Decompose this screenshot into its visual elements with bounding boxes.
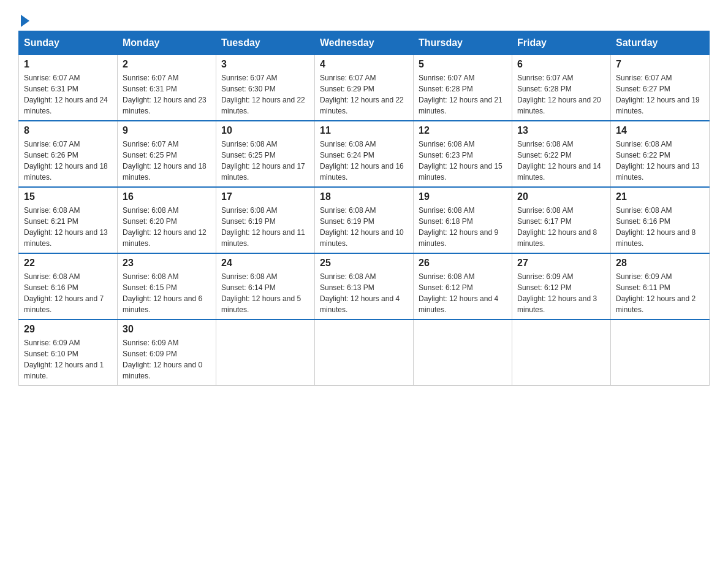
day-number: 8 — [24, 125, 112, 136]
day-info: Sunrise: 6:08 AMSunset: 6:20 PMDaylight:… — [123, 205, 211, 249]
calendar-header-monday: Monday — [118, 31, 216, 55]
calendar-cell: 18Sunrise: 6:08 AMSunset: 6:19 PMDayligh… — [315, 187, 414, 253]
day-number: 6 — [517, 59, 605, 70]
day-number: 26 — [419, 258, 507, 269]
calendar-cell — [512, 320, 611, 386]
day-number: 27 — [517, 258, 605, 269]
calendar-week-row: 29Sunrise: 6:09 AMSunset: 6:10 PMDayligh… — [19, 320, 710, 386]
calendar-cell: 21Sunrise: 6:08 AMSunset: 6:16 PMDayligh… — [611, 187, 710, 253]
day-number: 3 — [221, 59, 309, 70]
calendar-cell: 30Sunrise: 6:09 AMSunset: 6:09 PMDayligh… — [118, 320, 216, 386]
day-number: 17 — [221, 191, 309, 202]
day-number: 11 — [320, 125, 408, 136]
day-number: 10 — [221, 125, 309, 136]
calendar-cell: 8Sunrise: 6:07 AMSunset: 6:26 PMDaylight… — [19, 121, 118, 187]
day-number: 5 — [419, 59, 507, 70]
day-number: 22 — [24, 258, 112, 269]
calendar-cell: 6Sunrise: 6:07 AMSunset: 6:28 PMDaylight… — [512, 55, 611, 121]
day-number: 24 — [221, 258, 309, 269]
calendar-cell: 4Sunrise: 6:07 AMSunset: 6:29 PMDaylight… — [315, 55, 414, 121]
calendar-cell: 9Sunrise: 6:07 AMSunset: 6:25 PMDaylight… — [118, 121, 216, 187]
calendar-cell: 15Sunrise: 6:08 AMSunset: 6:21 PMDayligh… — [19, 187, 118, 253]
day-number: 9 — [123, 125, 211, 136]
day-number: 29 — [24, 324, 112, 335]
day-info: Sunrise: 6:08 AMSunset: 6:14 PMDaylight:… — [221, 271, 309, 315]
calendar-cell — [216, 320, 315, 386]
calendar-cell — [315, 320, 414, 386]
day-info: Sunrise: 6:07 AMSunset: 6:28 PMDaylight:… — [419, 72, 507, 117]
calendar-cell: 25Sunrise: 6:08 AMSunset: 6:13 PMDayligh… — [315, 253, 414, 320]
day-number: 20 — [517, 191, 605, 202]
calendar-week-row: 22Sunrise: 6:08 AMSunset: 6:16 PMDayligh… — [19, 253, 710, 320]
day-info: Sunrise: 6:08 AMSunset: 6:21 PMDaylight:… — [24, 205, 112, 249]
calendar-cell: 19Sunrise: 6:08 AMSunset: 6:18 PMDayligh… — [414, 187, 512, 253]
calendar-header-tuesday: Tuesday — [216, 31, 315, 55]
day-info: Sunrise: 6:09 AMSunset: 6:09 PMDaylight:… — [123, 337, 211, 381]
calendar-header-wednesday: Wednesday — [315, 31, 414, 55]
calendar-cell: 28Sunrise: 6:09 AMSunset: 6:11 PMDayligh… — [611, 253, 710, 320]
day-number: 28 — [616, 258, 704, 269]
day-info: Sunrise: 6:08 AMSunset: 6:13 PMDaylight:… — [320, 271, 408, 315]
day-number: 7 — [616, 59, 704, 70]
calendar-cell: 11Sunrise: 6:08 AMSunset: 6:24 PMDayligh… — [315, 121, 414, 187]
day-number: 18 — [320, 191, 408, 202]
day-number: 4 — [320, 59, 408, 70]
calendar-cell: 16Sunrise: 6:08 AMSunset: 6:20 PMDayligh… — [118, 187, 216, 253]
day-number: 13 — [517, 125, 605, 136]
calendar-week-row: 8Sunrise: 6:07 AMSunset: 6:26 PMDaylight… — [19, 121, 710, 187]
calendar-cell: 3Sunrise: 6:07 AMSunset: 6:30 PMDaylight… — [216, 55, 315, 121]
calendar-cell: 17Sunrise: 6:08 AMSunset: 6:19 PMDayligh… — [216, 187, 315, 253]
calendar-cell: 23Sunrise: 6:08 AMSunset: 6:15 PMDayligh… — [118, 253, 216, 320]
calendar-cell: 12Sunrise: 6:08 AMSunset: 6:23 PMDayligh… — [414, 121, 512, 187]
logo-arrow-icon — [21, 15, 29, 27]
calendar-cell: 27Sunrise: 6:09 AMSunset: 6:12 PMDayligh… — [512, 253, 611, 320]
calendar-cell: 20Sunrise: 6:08 AMSunset: 6:17 PMDayligh… — [512, 187, 611, 253]
day-info: Sunrise: 6:08 AMSunset: 6:19 PMDaylight:… — [320, 205, 408, 249]
calendar-cell: 1Sunrise: 6:07 AMSunset: 6:31 PMDaylight… — [19, 55, 118, 121]
day-number: 14 — [616, 125, 704, 136]
day-info: Sunrise: 6:09 AMSunset: 6:12 PMDaylight:… — [517, 271, 605, 315]
day-info: Sunrise: 6:08 AMSunset: 6:25 PMDaylight:… — [221, 139, 309, 183]
day-number: 19 — [419, 191, 507, 202]
day-number: 2 — [123, 59, 211, 70]
day-number: 21 — [616, 191, 704, 202]
logo — [18, 12, 29, 25]
day-number: 16 — [123, 191, 211, 202]
calendar-cell: 5Sunrise: 6:07 AMSunset: 6:28 PMDaylight… — [414, 55, 512, 121]
calendar-header-thursday: Thursday — [414, 31, 512, 55]
calendar-cell — [611, 320, 710, 386]
calendar-cell — [414, 320, 512, 386]
day-number: 30 — [123, 324, 211, 335]
day-info: Sunrise: 6:08 AMSunset: 6:24 PMDaylight:… — [320, 139, 408, 183]
day-info: Sunrise: 6:07 AMSunset: 6:28 PMDaylight:… — [517, 72, 605, 117]
day-info: Sunrise: 6:08 AMSunset: 6:12 PMDaylight:… — [419, 271, 507, 315]
day-info: Sunrise: 6:07 AMSunset: 6:26 PMDaylight:… — [24, 139, 112, 183]
calendar-cell: 24Sunrise: 6:08 AMSunset: 6:14 PMDayligh… — [216, 253, 315, 320]
calendar-cell: 22Sunrise: 6:08 AMSunset: 6:16 PMDayligh… — [19, 253, 118, 320]
calendar-cell: 2Sunrise: 6:07 AMSunset: 6:31 PMDaylight… — [118, 55, 216, 121]
calendar-cell: 10Sunrise: 6:08 AMSunset: 6:25 PMDayligh… — [216, 121, 315, 187]
calendar-cell: 29Sunrise: 6:09 AMSunset: 6:10 PMDayligh… — [19, 320, 118, 386]
day-info: Sunrise: 6:09 AMSunset: 6:11 PMDaylight:… — [616, 271, 704, 315]
day-info: Sunrise: 6:09 AMSunset: 6:10 PMDaylight:… — [24, 337, 112, 381]
day-info: Sunrise: 6:08 AMSunset: 6:22 PMDaylight:… — [616, 139, 704, 183]
calendar-week-row: 1Sunrise: 6:07 AMSunset: 6:31 PMDaylight… — [19, 55, 710, 121]
day-info: Sunrise: 6:08 AMSunset: 6:18 PMDaylight:… — [419, 205, 507, 249]
calendar-cell: 7Sunrise: 6:07 AMSunset: 6:27 PMDaylight… — [611, 55, 710, 121]
day-number: 15 — [24, 191, 112, 202]
day-info: Sunrise: 6:08 AMSunset: 6:19 PMDaylight:… — [221, 205, 309, 249]
calendar-cell: 13Sunrise: 6:08 AMSunset: 6:22 PMDayligh… — [512, 121, 611, 187]
day-info: Sunrise: 6:08 AMSunset: 6:22 PMDaylight:… — [517, 139, 605, 183]
calendar-header-friday: Friday — [512, 31, 611, 55]
day-number: 1 — [24, 59, 112, 70]
day-info: Sunrise: 6:07 AMSunset: 6:27 PMDaylight:… — [616, 72, 704, 117]
calendar-header-sunday: Sunday — [19, 31, 118, 55]
day-info: Sunrise: 6:08 AMSunset: 6:23 PMDaylight:… — [419, 139, 507, 183]
day-info: Sunrise: 6:07 AMSunset: 6:30 PMDaylight:… — [221, 72, 309, 117]
calendar-header-saturday: Saturday — [611, 31, 710, 55]
calendar-table: SundayMondayTuesdayWednesdayThursdayFrid… — [18, 31, 710, 386]
header — [18, 12, 710, 25]
calendar-header-row: SundayMondayTuesdayWednesdayThursdayFrid… — [19, 31, 710, 55]
day-number: 23 — [123, 258, 211, 269]
day-info: Sunrise: 6:08 AMSunset: 6:15 PMDaylight:… — [123, 271, 211, 315]
